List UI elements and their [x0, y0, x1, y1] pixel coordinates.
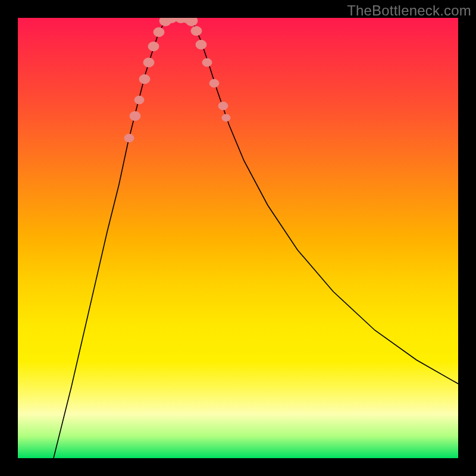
data-markers: [124, 18, 230, 142]
data-marker: [148, 42, 159, 51]
data-marker: [218, 102, 228, 110]
watermark-text: TheBottleneck.com: [347, 2, 471, 19]
data-marker: [124, 134, 134, 142]
data-marker: [154, 27, 164, 36]
curve-right: [187, 18, 458, 384]
curve-left: [54, 18, 170, 458]
data-marker: [209, 79, 219, 87]
bottleneck-chart: [18, 18, 458, 458]
data-marker: [196, 40, 206, 49]
data-marker: [222, 114, 230, 121]
data-marker: [130, 111, 140, 120]
data-marker: [191, 26, 202, 35]
data-marker: [134, 96, 144, 104]
data-marker: [143, 58, 154, 67]
data-marker: [139, 74, 150, 83]
data-marker: [202, 58, 212, 67]
